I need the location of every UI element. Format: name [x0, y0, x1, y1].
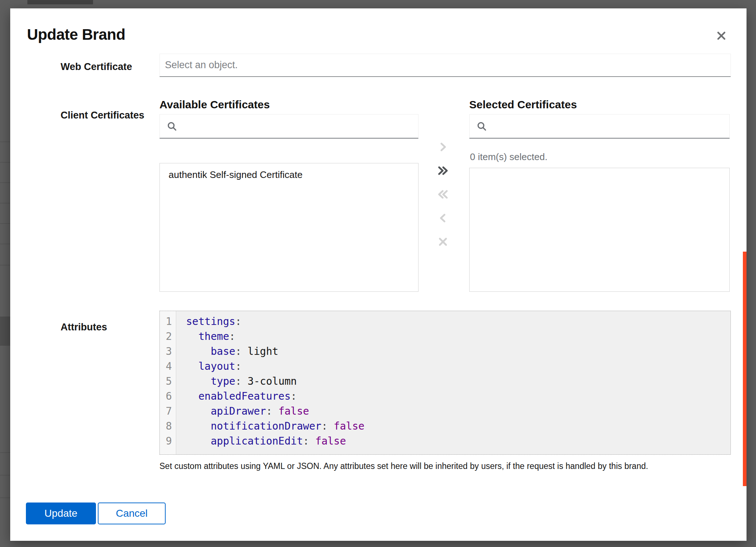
add-all-button[interactable] — [433, 162, 452, 180]
add-selected-button[interactable] — [433, 138, 452, 156]
backdrop-stripe — [0, 223, 10, 224]
available-search-input[interactable] — [177, 115, 418, 138]
backdrop-active-item-hint — [0, 317, 10, 346]
code-line-text: settings: — [176, 314, 242, 329]
code-line-text: enabledFeatures: — [176, 389, 297, 404]
code-line: 3 base: light — [160, 344, 730, 359]
backdrop-stripe — [0, 244, 10, 244]
selected-count-status: 0 item(s) selected. — [470, 151, 547, 163]
backdrop-stripe — [0, 497, 10, 498]
selected-certificates-list[interactable] — [469, 168, 730, 292]
available-certificates-heading: Available Certificates — [159, 98, 270, 111]
code-line-text: apiDrawer: false — [176, 404, 309, 419]
code-line-text: type: 3-column — [176, 374, 297, 389]
selected-certificates-heading: Selected Certificates — [469, 98, 577, 111]
code-line-number: 7 — [160, 404, 176, 419]
code-line-number: 3 — [160, 344, 176, 359]
modal-title: Update Brand — [27, 26, 125, 43]
code-line: 1settings: — [160, 314, 730, 329]
web-certificate-label: Web Certificate — [61, 61, 132, 73]
times-icon — [437, 236, 449, 248]
code-line-number: 6 — [160, 389, 176, 404]
selected-search-input[interactable] — [487, 115, 729, 138]
code-line-number: 1 — [160, 314, 176, 329]
code-line-text: notificationDrawer: false — [176, 419, 364, 434]
search-icon — [166, 121, 177, 132]
code-line: 7 apiDrawer: false — [160, 404, 730, 419]
remove-selected-button[interactable] — [433, 209, 452, 227]
close-icon — [716, 30, 727, 41]
attributes-label: Attributes — [61, 322, 107, 333]
backdrop-stripe — [0, 265, 10, 265]
web-certificate-select[interactable] — [159, 54, 731, 77]
backdrop-stripe — [0, 452, 10, 453]
search-icon — [476, 121, 487, 132]
code-line-text: base: light — [176, 344, 278, 359]
angle-double-left-icon — [437, 188, 449, 201]
attributes-help-text: Set custom attributes using YAML or JSON… — [159, 461, 718, 472]
transfer-controls — [433, 138, 452, 256]
backdrop-stripe — [0, 182, 10, 183]
close-button[interactable] — [712, 27, 730, 45]
code-line: 5 type: 3-column — [160, 374, 730, 389]
backdrop-stripe — [0, 162, 10, 163]
code-line-text: applicationEdit: false — [176, 434, 346, 449]
code-line-number: 2 — [160, 329, 176, 344]
code-line-number: 9 — [160, 434, 176, 449]
code-line-text: theme: — [176, 329, 235, 344]
code-line: 8 notificationDrawer: false — [160, 419, 730, 434]
code-line-number: 5 — [160, 374, 176, 389]
angle-right-icon — [437, 141, 449, 153]
code-line: 4 layout: — [160, 359, 730, 374]
clear-selection-button[interactable] — [433, 233, 452, 251]
client-certificates-label: Client Certificates — [61, 110, 144, 121]
code-line-number: 8 — [160, 419, 176, 434]
backdrop-stripe — [0, 141, 10, 142]
backdrop-stripe — [0, 475, 10, 476]
code-line-text: layout: — [176, 359, 242, 374]
code-line: 2 theme: — [160, 329, 730, 344]
angle-double-right-icon — [437, 164, 449, 177]
selected-search — [469, 114, 730, 139]
update-button[interactable]: Update — [26, 503, 96, 524]
backdrop-page-hint — [27, 0, 93, 4]
available-search — [159, 114, 418, 139]
code-line-number: 4 — [160, 359, 176, 374]
update-brand-modal: Update Brand Web Certificate Client Cert… — [10, 8, 747, 541]
code-line: 6 enabledFeatures: — [160, 389, 730, 404]
backdrop-stripe — [0, 203, 10, 203]
available-certificates-list[interactable]: authentik Self-signed Certificate — [159, 163, 418, 292]
cancel-button[interactable]: Cancel — [98, 503, 166, 524]
available-certificate-item[interactable]: authentik Self-signed Certificate — [160, 163, 418, 186]
code-line: 9 applicationEdit: false — [160, 434, 730, 449]
modal-scrollbar-thumb[interactable] — [743, 252, 747, 486]
remove-all-button[interactable] — [433, 185, 452, 203]
attributes-code-editor[interactable]: 1settings:2 theme:3 base: light4 layout:… — [159, 311, 731, 455]
angle-left-icon — [437, 212, 449, 224]
